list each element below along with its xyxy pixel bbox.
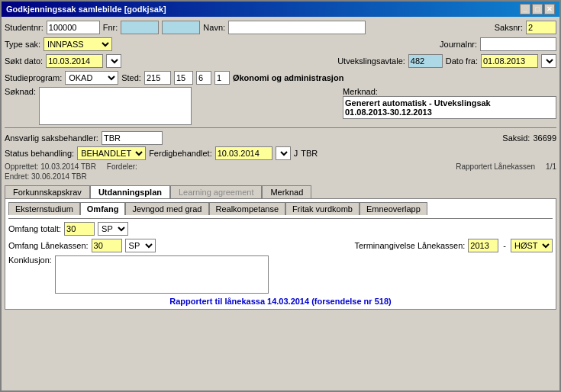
tab-utdanningsplan[interactable]: Utdanningsplan bbox=[90, 185, 170, 198]
saksnr-input[interactable] bbox=[526, 21, 556, 34]
typesak-row: Type sak: INNPASS UTVEKSLING Journalnr: bbox=[5, 37, 556, 52]
main-window: Godkjenningssak samlebilde [godkjsak] _ … bbox=[0, 0, 561, 392]
studieprogram-select[interactable]: OKAD bbox=[65, 71, 118, 85]
fordeler-label: Fordeler: bbox=[107, 162, 137, 171]
ansvarlig-input[interactable] bbox=[102, 131, 163, 145]
rapportert-info: Rapportert Lånekassen 1/1 bbox=[456, 162, 556, 171]
divider1 bbox=[5, 127, 556, 128]
tab-realkompetanse[interactable]: Realkompetanse bbox=[209, 202, 286, 215]
endret-date: 30.06.2014 bbox=[31, 172, 69, 181]
saksnr-label: Saksnr: bbox=[495, 23, 523, 32]
form-section: Studentnr: Fnr: Navn: Saksnr: Type sak: … bbox=[5, 20, 556, 125]
terminangivelse-label: Terminangivelse Lånekassen: bbox=[354, 241, 465, 250]
terminangivelse-year[interactable] bbox=[468, 239, 498, 252]
merknad-text2: 01.08.2013-30.12.2013 bbox=[345, 108, 554, 117]
studentnr-row: Studentnr: Fnr: Navn: Saksnr: bbox=[5, 20, 556, 35]
omfang-laanekassen-unit[interactable]: SP bbox=[125, 239, 156, 252]
ferdigbehandlet-select[interactable]: ▼ bbox=[276, 146, 291, 160]
fnr-input[interactable] bbox=[121, 21, 159, 34]
omfang-laanekassen-row: Omfang Lånekassen: SP Terminangivelse Lå… bbox=[8, 239, 553, 252]
opprettet-endret-row: Opprettet: 10.03.2014 TBR Fordeler: Rapp… bbox=[5, 162, 556, 171]
utvekslingsavtale-input[interactable] bbox=[408, 54, 443, 68]
close-button[interactable]: ✕ bbox=[544, 4, 555, 14]
omfang-totalt-row: Omfang totalt: SP bbox=[8, 222, 553, 236]
merknad-content: Generert automatisk - Utvekslingsak 01.0… bbox=[343, 96, 556, 119]
studieprogram-label: Studieprogram: bbox=[5, 73, 62, 82]
status-j: J bbox=[294, 149, 298, 158]
soknad-label: Søknad: bbox=[5, 87, 36, 96]
tab-forkunnskapskrav[interactable]: Forkunnskapskrav bbox=[5, 185, 90, 198]
typesak-label: Type sak: bbox=[5, 40, 40, 49]
saksid-label: Saksid: bbox=[502, 133, 530, 143]
terminangivelse-dash: - bbox=[503, 241, 506, 250]
status-row: Status behandling: BEHANDLET Ferdigbehan… bbox=[5, 146, 556, 161]
soktdato-row: Søkt dato: ▼ Utvekslingsavtale: Dato fra… bbox=[5, 53, 556, 69]
opprettet-user: TBR bbox=[81, 162, 96, 171]
utvekslingsavtale-label: Utvekslingsavtale: bbox=[337, 56, 405, 66]
ferdigbehandlet-label: Ferdigbehandlet: bbox=[149, 149, 212, 158]
journalnr-label: Journalnr: bbox=[440, 40, 477, 49]
soknad-textarea[interactable] bbox=[39, 87, 192, 125]
endret-label: Endret: bbox=[5, 172, 29, 181]
dato-fra-input[interactable] bbox=[481, 54, 538, 68]
tab-content-area: Eksternstudium Omfang Jevngod med grad R… bbox=[5, 198, 556, 310]
status-select[interactable]: BEHANDLET bbox=[77, 146, 146, 160]
tab-omfang[interactable]: Omfang bbox=[80, 202, 126, 215]
sted-input1[interactable] bbox=[144, 71, 171, 85]
sted-input2[interactable] bbox=[174, 71, 193, 85]
omfang-totalt-unit[interactable]: SP bbox=[98, 222, 128, 236]
sted-input4[interactable] bbox=[214, 71, 230, 85]
omfang-laanekassen-label: Omfang Lånekassen: bbox=[8, 241, 89, 250]
soktdato-select[interactable]: ▼ bbox=[106, 54, 121, 68]
status-label: Status behandling: bbox=[5, 149, 74, 158]
konklusjon-textarea[interactable] bbox=[55, 255, 269, 294]
sted-input3[interactable] bbox=[196, 71, 211, 85]
navn-label: Navn: bbox=[203, 23, 225, 32]
soktdato-input[interactable] bbox=[46, 54, 103, 68]
merknad-area: Merknad: Generert automatisk - Utvekslin… bbox=[343, 87, 556, 119]
outer-tabs: Forkunnskapskrav Utdanningsplan Learning… bbox=[5, 185, 556, 198]
navn-input[interactable] bbox=[228, 21, 366, 34]
minimize-button[interactable]: _ bbox=[520, 4, 530, 14]
maximize-button[interactable]: □ bbox=[532, 4, 543, 14]
ansvarlig-label: Ansvarlig saksbehandler: bbox=[5, 133, 98, 143]
opprettet-info: Opprettet: 10.03.2014 TBR Fordeler: bbox=[5, 162, 137, 171]
inner-tabs: Eksternstudium Omfang Jevngod med grad R… bbox=[8, 202, 553, 215]
omfang-laanekassen-input[interactable] bbox=[92, 239, 122, 252]
tab-fritak[interactable]: Fritak vurdkomb bbox=[285, 202, 359, 215]
merknad-label: Merknad: bbox=[343, 87, 556, 96]
rapportert-laanekassen: Rapportert Lånekassen bbox=[456, 162, 535, 171]
konklusjon-label: Konklusjon: bbox=[8, 255, 52, 265]
soknad-row: Søknad: Merknad: Generert automatisk - U… bbox=[5, 87, 556, 125]
omfang-content: Omfang totalt: SP Omfang Lånekassen: SP … bbox=[8, 218, 553, 306]
terminangivelse-term[interactable]: HØST VÅR bbox=[511, 239, 553, 252]
ansvarlig-row: Ansvarlig saksbehandler: Saksid: 36699 bbox=[5, 130, 556, 146]
tab-merknad[interactable]: Merknad bbox=[262, 185, 311, 198]
omfang-totalt-input[interactable] bbox=[64, 222, 95, 236]
ferdigbehandlet-input[interactable] bbox=[215, 146, 272, 160]
soktdato-label: Søkt dato: bbox=[5, 56, 43, 66]
title-bar-buttons: _ □ ✕ bbox=[520, 4, 555, 14]
tab-eksternstudium[interactable]: Eksternstudium bbox=[8, 202, 80, 215]
tab-learning-agreement[interactable]: Learning agreement bbox=[170, 185, 262, 198]
rapportert-link[interactable]: Rapportert til lånekassa 14.03.2014 (for… bbox=[8, 297, 553, 306]
typesak-select[interactable]: INNPASS UTVEKSLING bbox=[44, 37, 112, 51]
sted-label: Sted: bbox=[121, 73, 141, 82]
tab-emneoverlapp[interactable]: Emneoverlapp bbox=[359, 202, 427, 215]
endret-row: Endret: 30.06.2014 TBR bbox=[5, 172, 556, 181]
opprettet-date: 10.03.2014 bbox=[40, 162, 79, 171]
studieprogram-row: Studieprogram: OKAD Sted: Økonomi og adm… bbox=[5, 70, 556, 85]
opprettet-label: Opprettet: bbox=[5, 162, 38, 171]
title-bar: Godkjenningssak samlebilde [godkjsak] _ … bbox=[2, 2, 559, 17]
journalnr-input[interactable] bbox=[480, 37, 556, 51]
endret-user: TBR bbox=[72, 172, 87, 181]
main-content: Studentnr: Fnr: Navn: Saksnr: Type sak: … bbox=[2, 17, 559, 390]
konklusjon-row: Konklusjon: bbox=[8, 255, 553, 294]
dato-fra-select[interactable]: ▼ bbox=[541, 54, 556, 68]
fnr-input2[interactable] bbox=[162, 21, 200, 34]
omfang-totalt-label: Omfang totalt: bbox=[8, 224, 61, 233]
saksid-value: 36699 bbox=[533, 133, 556, 143]
tab-jevngod[interactable]: Jevngod med grad bbox=[125, 202, 208, 215]
studentnr-input[interactable] bbox=[47, 21, 100, 34]
okonomi-label: Økonomi og administrasjon bbox=[233, 73, 343, 82]
